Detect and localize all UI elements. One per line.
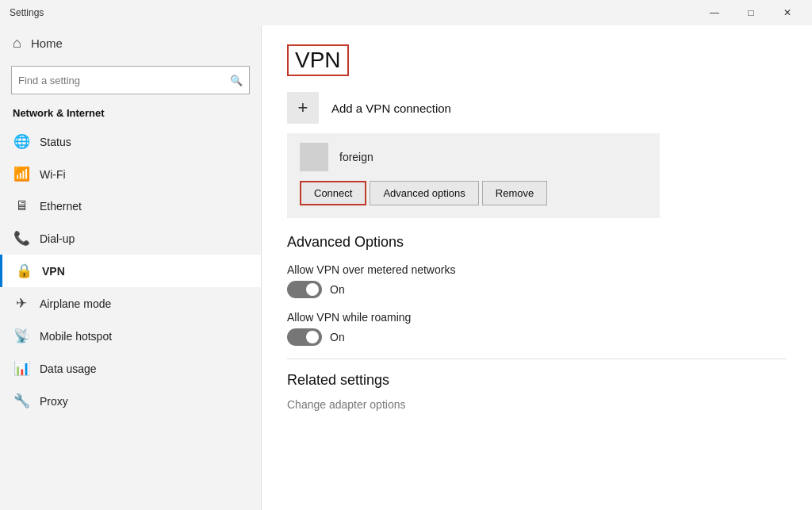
roaming-toggle-knob (306, 331, 319, 343)
airplane-icon: ✈ (13, 295, 30, 312)
change-adapter-link[interactable]: Change adapter options (287, 398, 787, 411)
roaming-toggle[interactable] (287, 328, 322, 346)
related-settings-title: Related settings (287, 372, 787, 389)
sidebar-item-ethernet[interactable]: 🖥 Ethernet (0, 190, 261, 222)
home-icon: ⌂ (13, 35, 21, 52)
add-vpn-row: + Add a VPN connection (287, 92, 787, 124)
hotspot-icon: 📡 (13, 328, 30, 344)
sidebar-item-label-airplane: Airplane mode (40, 297, 111, 310)
roaming-toggle-row: Allow VPN while roaming On (287, 311, 787, 346)
search-input[interactable] (18, 75, 230, 86)
main-content: VPN + Add a VPN connection foreign Conne… (262, 25, 812, 510)
vpn-advanced-button[interactable]: Advanced options (370, 181, 478, 205)
divider (287, 359, 787, 359)
home-label: Home (31, 36, 63, 50)
advanced-options-title: Advanced Options (287, 234, 787, 251)
metered-networks-toggle-knob (306, 283, 319, 296)
sidebar-item-datausage[interactable]: 📊 Data usage (0, 352, 261, 385)
roaming-toggle-group: On (287, 328, 787, 346)
vpn-icon: 🔒 (15, 263, 33, 279)
sidebar-item-label-wifi: Wi-Fi (40, 168, 66, 181)
search-icon: 🔍 (230, 75, 243, 86)
search-box: 🔍 (11, 66, 250, 94)
metered-networks-label: Allow VPN over metered networks (287, 263, 787, 276)
metered-networks-toggle-group: On (287, 281, 787, 298)
sidebar-item-label-ethernet: Ethernet (40, 200, 82, 213)
window-controls: — □ ✕ (696, 0, 806, 25)
sidebar-item-proxy[interactable]: 🔧 Proxy (0, 385, 261, 417)
sidebar-item-label-proxy: Proxy (40, 395, 68, 408)
wifi-icon: 📶 (13, 166, 30, 182)
vpn-connection-item: foreign Connect Advanced options Remove (287, 133, 660, 218)
sidebar-item-status[interactable]: 🌐 Status (0, 125, 261, 158)
sidebar: ⌂ Home 🔍 Network & Internet 🌐 Status 📶 W… (0, 25, 262, 510)
sidebar-item-label-datausage: Data usage (40, 362, 97, 375)
add-vpn-button[interactable]: + (287, 92, 319, 124)
app-body: ⌂ Home 🔍 Network & Internet 🌐 Status 📶 W… (0, 25, 812, 510)
add-vpn-label: Add a VPN connection (331, 102, 451, 115)
vpn-connection-name: foreign (339, 151, 373, 163)
sidebar-item-dialup[interactable]: 📞 Dial-up (0, 222, 261, 255)
vpn-item-header: foreign (300, 143, 647, 171)
vpn-connection-icon (300, 143, 328, 171)
metered-networks-toggle[interactable] (287, 281, 322, 298)
roaming-label: Allow VPN while roaming (287, 311, 787, 324)
datausage-icon: 📊 (13, 360, 30, 377)
app-title: Settings (10, 7, 44, 18)
metered-networks-toggle-row: Allow VPN over metered networks On (287, 263, 787, 298)
vpn-connect-button[interactable]: Connect (300, 181, 366, 205)
sidebar-item-label-dialup: Dial-up (40, 232, 75, 245)
home-nav-item[interactable]: ⌂ Home (0, 25, 261, 61)
close-button[interactable]: ✕ (769, 0, 806, 25)
vpn-remove-button[interactable]: Remove (482, 181, 547, 205)
sidebar-item-vpn[interactable]: 🔒 VPN (0, 255, 261, 287)
sidebar-item-label-hotspot: Mobile hotspot (40, 330, 112, 343)
status-icon: 🌐 (13, 133, 30, 150)
sidebar-item-label-vpn: VPN (42, 265, 65, 278)
ethernet-icon: 🖥 (13, 198, 30, 214)
sidebar-item-label-status: Status (40, 136, 71, 148)
page-title: VPN (287, 44, 349, 76)
titlebar: Settings — □ ✕ (0, 0, 812, 25)
section-label: Network & Internet (0, 104, 261, 125)
roaming-value: On (330, 331, 345, 343)
vpn-actions: Connect Advanced options Remove (300, 181, 647, 205)
maximize-button[interactable]: □ (733, 0, 769, 25)
metered-networks-value: On (330, 283, 345, 296)
sidebar-item-wifi[interactable]: 📶 Wi-Fi (0, 158, 261, 190)
dialup-icon: 📞 (13, 230, 30, 247)
sidebar-item-airplane[interactable]: ✈ Airplane mode (0, 287, 261, 320)
minimize-button[interactable]: — (696, 0, 733, 25)
proxy-icon: 🔧 (13, 393, 30, 409)
sidebar-item-hotspot[interactable]: 📡 Mobile hotspot (0, 320, 261, 352)
